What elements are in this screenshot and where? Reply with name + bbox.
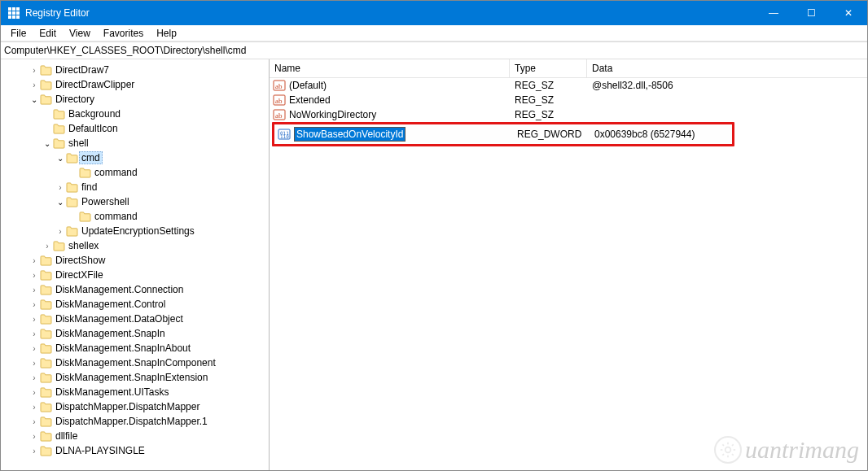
tree-pane[interactable]: ›DirectDraw7›DirectDrawClipper⌄Directory… bbox=[1, 59, 270, 470]
folder-icon bbox=[40, 387, 52, 398]
tree-item[interactable]: ›DLNA-PLAYSINGLE bbox=[2, 443, 267, 458]
address-bar[interactable]: Computer\HKEY_CLASSES_ROOT\Directory\she… bbox=[1, 41, 867, 59]
minimize-button[interactable]: — bbox=[755, 1, 792, 25]
tree-item[interactable]: ›DiskManagement.Connection bbox=[2, 282, 267, 297]
expand-icon[interactable]: › bbox=[28, 286, 40, 294]
expand-icon[interactable]: › bbox=[28, 447, 40, 456]
menu-edit[interactable]: Edit bbox=[33, 26, 63, 41]
tree-item[interactable]: ›DispatchMapper.DispatchMapper.1 bbox=[2, 414, 267, 429]
folder-icon bbox=[40, 299, 52, 310]
tree-item[interactable]: ›DiskManagement.Control bbox=[2, 297, 267, 312]
expand-icon[interactable]: › bbox=[28, 256, 40, 265]
expand-icon[interactable]: › bbox=[28, 271, 40, 280]
svg-rect-7 bbox=[12, 15, 15, 19]
tree-item[interactable]: ›DiskManagement.SnapIn bbox=[2, 326, 267, 341]
tree-item-label: cmd bbox=[79, 151, 103, 164]
expand-icon[interactable]: › bbox=[28, 403, 40, 412]
edit-name-input[interactable]: ShowBasedOnVelocityId bbox=[294, 127, 406, 142]
value-name: Extended bbox=[289, 94, 331, 106]
menu-bar: FileEditViewFavoritesHelp bbox=[1, 25, 867, 41]
tree-item-label: DirectDrawClipper bbox=[55, 79, 134, 90]
menu-favorites[interactable]: Favorites bbox=[97, 26, 150, 41]
close-button[interactable]: ✕ bbox=[830, 1, 867, 25]
tree-item[interactable]: ›find bbox=[2, 180, 267, 194]
folder-icon bbox=[40, 270, 52, 281]
tree-item[interactable]: ›UpdateEncryptionSettings bbox=[2, 224, 267, 238]
folder-icon bbox=[66, 153, 78, 164]
folder-icon bbox=[66, 182, 78, 193]
collapse-icon[interactable]: ⌄ bbox=[42, 139, 53, 148]
expand-icon[interactable]: › bbox=[42, 242, 53, 251]
tree-item-label: Powershell bbox=[81, 196, 129, 207]
menu-help[interactable]: Help bbox=[150, 26, 183, 41]
tree-item-label: DLNA-PLAYSINGLE bbox=[55, 445, 145, 456]
tree-item[interactable]: DefaultIcon bbox=[2, 121, 267, 136]
expand-icon[interactable]: › bbox=[28, 66, 40, 75]
expand-icon[interactable]: › bbox=[28, 432, 40, 441]
folder-icon bbox=[40, 402, 52, 412]
folder-icon bbox=[40, 94, 52, 105]
tree-item-label: DiskManagement.SnapIn bbox=[55, 328, 165, 339]
tree-item[interactable]: ›DispatchMapper.DispatchMapper bbox=[2, 399, 267, 414]
tree-item[interactable]: ›DirectXFile bbox=[2, 268, 267, 282]
list-row[interactable]: abNoWorkingDirectoryREG_SZ bbox=[270, 107, 867, 122]
menu-view[interactable]: View bbox=[63, 26, 97, 41]
expand-icon[interactable]: › bbox=[28, 344, 40, 353]
tree-item[interactable]: Background bbox=[2, 107, 267, 121]
tree-item[interactable]: ›shellex bbox=[2, 238, 267, 253]
list-row[interactable]: ab(Default)REG_SZ@shell32.dll,-8506 bbox=[270, 78, 867, 93]
tree-item[interactable]: command bbox=[2, 209, 267, 224]
expand-icon[interactable]: › bbox=[55, 227, 66, 236]
expand-icon[interactable]: › bbox=[28, 373, 40, 382]
col-header-type[interactable]: Type bbox=[510, 59, 587, 77]
tree-item[interactable]: ⌄Powershell bbox=[2, 194, 267, 209]
expand-icon[interactable]: › bbox=[28, 300, 40, 309]
tree-item[interactable]: ›DiskManagement.SnapInExtension bbox=[2, 370, 267, 385]
list-row-editing[interactable]: 011 110 ShowBasedOnVelocityId REG_DWORD … bbox=[274, 126, 732, 142]
col-header-name[interactable]: Name bbox=[270, 59, 510, 77]
col-header-data[interactable]: Data bbox=[587, 59, 867, 77]
svg-rect-4 bbox=[12, 11, 15, 15]
svg-rect-5 bbox=[16, 11, 20, 15]
expand-icon[interactable]: › bbox=[55, 183, 66, 192]
folder-icon bbox=[53, 241, 65, 251]
expand-icon[interactable]: › bbox=[28, 329, 40, 338]
tree-item[interactable]: ›DiskManagement.DataObject bbox=[2, 312, 267, 326]
expand-icon[interactable]: › bbox=[28, 359, 40, 368]
tree-item[interactable]: ›dllfile bbox=[2, 429, 267, 443]
collapse-icon[interactable]: ⌄ bbox=[28, 95, 40, 104]
svg-rect-6 bbox=[8, 15, 11, 19]
tree-item-label: DispatchMapper.DispatchMapper.1 bbox=[55, 416, 208, 427]
maximize-button[interactable]: ☐ bbox=[792, 1, 830, 25]
tree-item-label: shellex bbox=[68, 240, 99, 251]
list-row[interactable]: abExtendedREG_SZ bbox=[270, 93, 867, 107]
string-value-icon: ab bbox=[273, 108, 286, 121]
tree-item[interactable]: ⌄Directory bbox=[2, 92, 267, 107]
tree-item-label: DiskManagement.SnapInComponent bbox=[55, 357, 216, 369]
tree-item[interactable]: command bbox=[2, 165, 267, 180]
tree-item[interactable]: ›DirectDrawClipper bbox=[2, 77, 267, 92]
folder-icon bbox=[53, 124, 65, 134]
tree-item[interactable]: ⌄shell bbox=[2, 136, 267, 150]
tree-item[interactable]: ›DirectDraw7 bbox=[2, 63, 267, 77]
expand-icon[interactable]: › bbox=[28, 388, 40, 397]
tree-item[interactable]: ›DiskManagement.SnapInAbout bbox=[2, 341, 267, 355]
expand-icon[interactable]: › bbox=[28, 81, 40, 89]
value-data: @shell32.dll,-8506 bbox=[587, 80, 867, 91]
string-value-icon: ab bbox=[273, 94, 286, 107]
tree-item-label: DiskManagement.Connection bbox=[55, 284, 183, 295]
values-pane[interactable]: Name Type Data ab(Default)REG_SZ@shell32… bbox=[270, 59, 867, 470]
tree-item[interactable]: ⌄cmd bbox=[2, 150, 267, 165]
value-name: NoWorkingDirectory bbox=[289, 109, 376, 120]
tree-item[interactable]: ›DirectShow bbox=[2, 253, 267, 268]
tree-item[interactable]: ›DiskManagement.SnapInComponent bbox=[2, 355, 267, 370]
collapse-icon[interactable]: ⌄ bbox=[55, 198, 66, 207]
list-header: Name Type Data bbox=[270, 59, 867, 78]
tree-item[interactable]: ›DiskManagement.UITasks bbox=[2, 385, 267, 399]
expand-icon[interactable]: › bbox=[28, 315, 40, 324]
tree-item-label: DispatchMapper.DispatchMapper bbox=[55, 401, 199, 412]
collapse-icon[interactable]: ⌄ bbox=[55, 154, 66, 163]
menu-file[interactable]: File bbox=[4, 26, 33, 41]
expand-icon[interactable]: › bbox=[28, 417, 40, 426]
title-bar: Registry Editor — ☐ ✕ bbox=[1, 1, 867, 25]
